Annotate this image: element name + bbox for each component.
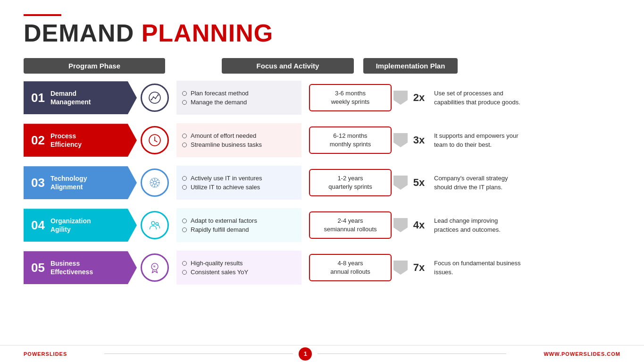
activity-text-2-5: Consistent sales YoY (191, 269, 248, 276)
page-title: DEMAND PLANNING (24, 20, 620, 47)
svg-marker-5 (393, 91, 408, 105)
phase-num-3: 03 (31, 176, 45, 190)
footer-brand-rest: SLIDES (46, 351, 67, 357)
page-number: 1 (299, 347, 312, 361)
multiplier-4: 4x (410, 219, 428, 231)
activity-item-2-5: Consistent sales YoY (182, 269, 296, 276)
svg-point-15 (156, 223, 159, 226)
phase-text-2: ProcessEfficiency (50, 132, 82, 149)
icon-circle-4 (141, 211, 169, 239)
activity-item-1-2: Amount of effort needed (182, 132, 296, 139)
phase-text-5: BusinessEffectiveness (50, 259, 93, 276)
activity-item-1-3: Actively use IT in ventures (182, 175, 296, 182)
sprint-box-3: 1-2 years quarterly sprints (309, 169, 392, 196)
bullet-icon-2-1 (182, 100, 187, 105)
sprint-box-1: 3-6 months weekly sprints (309, 84, 392, 111)
desc-text-5: Focus on fundamental business issues. (434, 259, 524, 277)
activity-text-2-2: Streamline business tasks (191, 141, 262, 148)
column-headers: Program Phase Focus and Activity Impleme… (24, 58, 620, 74)
svg-marker-18 (393, 261, 408, 275)
sprint-box-4: 2-4 years semiannual rollouts (309, 211, 392, 239)
activity-text-1-3: Actively use IT in ventures (191, 175, 262, 182)
activity-text-2-1: Manage the demand (191, 99, 247, 106)
activity-text-2-3: Utilize IT to achieve sales (191, 184, 260, 191)
svg-point-3 (155, 98, 156, 99)
col-header-impl: Implementation Plan (363, 58, 458, 74)
table-row-1: 01 DemandManagement Plan forecast method… (24, 78, 620, 117)
icon-circle-1 (141, 84, 169, 112)
phase-text-4: OrganizationAgility (50, 217, 91, 234)
activity-box-4: Adapt to external factors Rapidly fulfil… (176, 208, 301, 242)
bullet-icon-2-2 (182, 143, 187, 147)
arrow-icon-3 (393, 176, 408, 190)
sprint-line2-3: quarterly sprints (315, 183, 386, 191)
svg-point-1 (151, 99, 152, 101)
activity-text-1-1: Plan forecast method (191, 90, 249, 97)
activity-box-2: Amount of effort needed Streamline busin… (176, 123, 301, 157)
phase-block-4: 04 OrganizationAgility (24, 209, 137, 242)
activity-item-1-5: High-quality results (182, 260, 296, 267)
bullet-icon-1-5 (182, 261, 187, 266)
multiplier-2: 3x (410, 134, 428, 146)
phase-block-5: 05 BusinessEffectiveness (24, 251, 137, 284)
icon-circle-5 (141, 253, 169, 282)
footer: POWERSLIDES 1 WWW.POWERSLIDES.COM (0, 345, 644, 362)
activity-item-1-1: Plan forecast method (182, 90, 296, 97)
sprint-box-5: 4-8 years annual rollouts (309, 254, 392, 281)
desc-text-2: It supports and empowers your team to do… (434, 131, 524, 150)
bullet-icon-1-2 (182, 134, 187, 138)
phase-num-1: 01 (31, 91, 45, 105)
activity-text-1-2: Amount of effort needed (191, 132, 256, 139)
phase-block-1: 01 DemandManagement (24, 81, 137, 114)
arrow-icon-5 (393, 261, 408, 275)
desc-text-4: Lead change improving practices and outc… (434, 216, 524, 235)
multiplier-1: 2x (410, 92, 428, 104)
phase-num-4: 04 (31, 218, 45, 233)
footer-line-right (318, 354, 506, 354)
sprint-line1-4: 2-4 years (315, 217, 386, 225)
phase-block-3: 03 TechnologyAlignment (24, 166, 137, 199)
activity-item-2-4: Rapidly fulfill demand (182, 226, 296, 233)
activity-box-1: Plan forecast method Manage the demand (176, 81, 301, 115)
icon-circle-3 (141, 168, 169, 197)
col-header-phase: Program Phase (24, 58, 165, 74)
table-row-4: 04 OrganizationAgility Adapt to external… (24, 206, 620, 244)
svg-marker-10 (393, 133, 408, 147)
multiplier-5: 7x (410, 261, 428, 274)
footer-url: WWW.POWERSLIDES.COM (544, 351, 620, 357)
title-part1: DEMAND (24, 19, 142, 47)
svg-marker-13 (393, 176, 408, 190)
activity-box-3: Actively use IT in ventures Utilize IT t… (176, 166, 301, 200)
sprint-line2-1: weekly sprints (315, 98, 386, 106)
sprint-line1-1: 3-6 months (315, 89, 386, 98)
activity-text-1-5: High-quality results (191, 260, 243, 267)
svg-point-14 (151, 221, 155, 225)
phase-num-5: 05 (31, 261, 45, 275)
activity-item-2-3: Utilize IT to achieve sales (182, 184, 296, 191)
activity-item-2-1: Manage the demand (182, 99, 296, 106)
sprint-line2-2: monthly sprints (315, 140, 386, 149)
activity-text-1-4: Adapt to external factors (191, 217, 257, 224)
sprint-line1-3: 1-2 years (315, 174, 386, 183)
activity-box-5: High-quality results Consistent sales Yo… (176, 251, 301, 285)
slide: DEMAND PLANNING Program Phase Focus and … (0, 0, 644, 362)
bullet-icon-1-1 (182, 91, 187, 96)
footer-brand: POWERSLIDES (24, 351, 67, 357)
phase-text-1: DemandManagement (50, 89, 91, 106)
activity-item-2-2: Streamline business tasks (182, 141, 296, 148)
phase-num-2: 02 (31, 133, 45, 148)
svg-marker-16 (393, 218, 408, 232)
header-accent-line (24, 14, 61, 16)
sprint-line1-5: 4-8 years (315, 259, 386, 268)
desc-text-1: Use set of processes and capabilities th… (434, 89, 524, 107)
phase-block-2: 02 ProcessEfficiency (24, 124, 137, 157)
arrow-icon-2 (393, 133, 408, 147)
col-header-activity: Focus and Activity (222, 58, 354, 74)
sprint-line1-2: 6-12 months (315, 132, 386, 140)
bullet-icon-1-4 (182, 219, 187, 223)
bullet-icon-1-3 (182, 176, 187, 181)
table-row-3: 03 TechnologyAlignment Actively use IT i… (24, 163, 620, 202)
sprint-line2-5: annual rollouts (315, 268, 386, 276)
svg-point-11 (153, 181, 157, 185)
footer-brand-accent: POWER (24, 351, 46, 357)
